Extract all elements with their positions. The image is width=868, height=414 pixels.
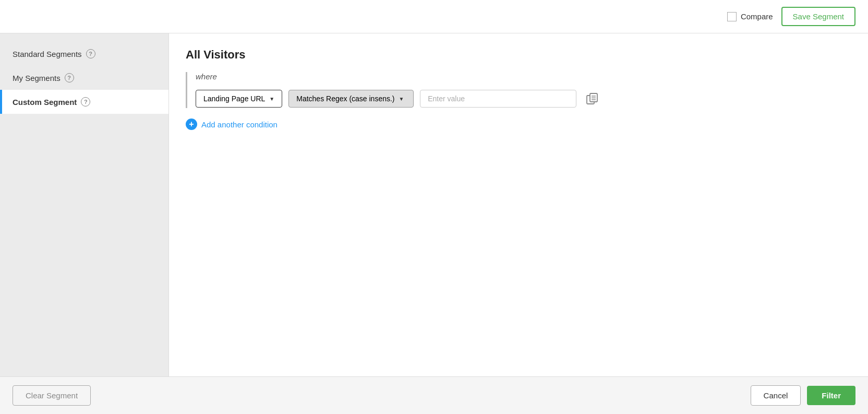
sidebar-item-standard-segments[interactable]: Standard Segments ? <box>0 42 168 66</box>
content-area: All Visitors where Landing Page URL ▼ Ma… <box>169 33 868 376</box>
help-icon-standard[interactable]: ? <box>86 49 95 58</box>
add-condition-label: Add another condition <box>201 120 278 129</box>
copy-condition-button[interactable] <box>583 89 601 108</box>
operator-dropdown-label: Matches Regex (case insens.) <box>296 94 394 103</box>
cancel-button[interactable]: Cancel <box>751 385 801 406</box>
field-dropdown-arrow: ▼ <box>269 96 274 102</box>
main-body: Standard Segments ? My Segments ? Custom… <box>0 33 868 376</box>
filter-button[interactable]: Filter <box>807 386 855 405</box>
top-bar: Compare Save Segment <box>0 0 868 33</box>
add-condition-plus-icon: + <box>186 119 197 130</box>
sidebar-item-custom-segment[interactable]: Custom Segment ? <box>0 90 168 114</box>
sidebar-item-my-segments[interactable]: My Segments ? <box>0 66 168 90</box>
condition-block: where Landing Page URL ▼ Matches Regex (… <box>186 72 851 108</box>
compare-area: Compare <box>727 12 773 21</box>
operator-dropdown-arrow: ▼ <box>399 96 404 102</box>
app-container: Compare Save Segment Standard Segments ?… <box>0 0 868 414</box>
sidebar-item-label-my: My Segments <box>13 74 61 82</box>
sidebar-item-label-standard: Standard Segments <box>13 50 82 58</box>
bottom-bar: Clear Segment Cancel Filter <box>0 376 868 414</box>
field-dropdown[interactable]: Landing Page URL ▼ <box>196 90 282 108</box>
compare-checkbox[interactable] <box>727 12 737 21</box>
save-segment-button[interactable]: Save Segment <box>781 7 855 26</box>
sidebar: Standard Segments ? My Segments ? Custom… <box>0 33 169 376</box>
page-title: All Visitors <box>186 48 851 62</box>
condition-row: Landing Page URL ▼ Matches Regex (case i… <box>196 89 851 108</box>
field-dropdown-label: Landing Page URL <box>203 94 265 103</box>
operator-dropdown[interactable]: Matches Regex (case insens.) ▼ <box>288 90 414 108</box>
add-condition-row[interactable]: + Add another condition <box>186 119 851 130</box>
bottom-right-actions: Cancel Filter <box>751 385 855 406</box>
where-label: where <box>196 72 851 81</box>
compare-label: Compare <box>741 12 773 21</box>
value-input[interactable] <box>420 90 576 108</box>
help-icon-my[interactable]: ? <box>65 73 74 82</box>
sidebar-item-label-custom: Custom Segment <box>13 98 77 107</box>
copy-icon <box>585 91 599 106</box>
help-icon-custom[interactable]: ? <box>81 97 90 107</box>
clear-segment-button[interactable]: Clear Segment <box>13 385 91 406</box>
